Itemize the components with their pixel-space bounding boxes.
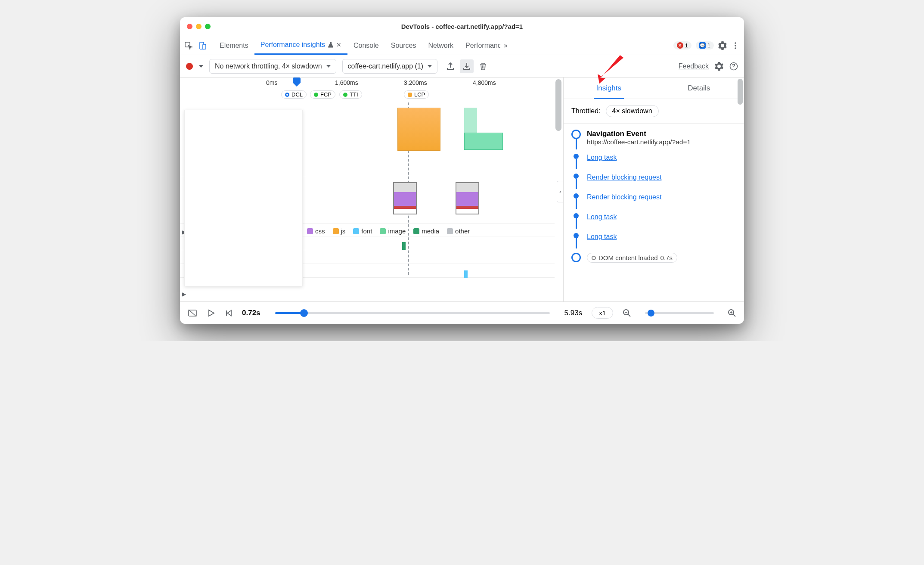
network-bar[interactable] xyxy=(402,242,406,250)
zoom-in-button[interactable] xyxy=(728,309,736,317)
feedback-link[interactable]: Feedback xyxy=(679,62,709,70)
content-area: 0ms 1,600ms 3,200ms 4,800ms DCL FCP TTI … xyxy=(180,78,744,301)
help-icon[interactable] xyxy=(729,62,738,71)
side-tab-insights[interactable]: Insights xyxy=(564,78,654,99)
marker-tti[interactable]: TTI xyxy=(339,90,362,99)
marker-fcp[interactable]: FCP xyxy=(310,90,335,99)
screenshot-thumbnail[interactable] xyxy=(456,182,479,214)
window-controls xyxy=(187,24,211,29)
insight-link[interactable]: Render blocking request xyxy=(587,174,661,181)
side-tab-details[interactable]: Details xyxy=(654,78,744,99)
timeline-node-icon xyxy=(571,130,581,139)
chevron-down-icon xyxy=(428,65,432,68)
window-title: DevTools - coffee-cart.netlify.app/?ad=1 xyxy=(180,23,744,30)
disable-screenshots-icon[interactable] xyxy=(188,308,197,318)
screenshot-thumbnail[interactable] xyxy=(393,182,417,214)
metrics-row: DCL FCP TTI LCP xyxy=(180,90,563,102)
timeline-node-icon xyxy=(574,174,579,179)
tab-performance[interactable]: Performance xyxy=(459,36,500,55)
network-bar[interactable] xyxy=(464,270,468,278)
insights-toolbar: No network throttling, 4× slowdown coffe… xyxy=(180,55,744,78)
timeline-node-icon xyxy=(574,233,579,238)
marker-dcl[interactable]: DCL xyxy=(281,90,307,99)
throttle-value: 4× slowdown xyxy=(606,105,659,117)
circle-icon xyxy=(592,256,596,260)
import-button[interactable] xyxy=(460,59,474,73)
nav-event-url: https://coffee-cart.netlify.app/?ad=1 xyxy=(587,138,740,146)
devtools-window: DevTools - coffee-cart.netlify.app/?ad=1… xyxy=(180,17,744,324)
playback-slider[interactable] xyxy=(275,312,550,314)
svg-point-3 xyxy=(735,42,736,44)
zoom-out-button[interactable] xyxy=(623,309,631,317)
close-tab-button[interactable]: ✕ xyxy=(336,41,341,48)
more-menu-icon[interactable] xyxy=(731,41,740,50)
insight-link[interactable]: Long task xyxy=(587,213,617,220)
skip-start-button[interactable] xyxy=(225,309,233,317)
close-window-button[interactable] xyxy=(187,24,192,29)
record-dropdown-icon[interactable] xyxy=(199,65,203,68)
playback-footer: 0.72s 5.93s x1 xyxy=(180,301,744,324)
panel-settings-icon[interactable] xyxy=(715,62,723,71)
expand-track-button[interactable]: ▶ xyxy=(181,290,187,298)
overview-thumbnail xyxy=(184,110,303,286)
message-badge[interactable]: 💬 1 xyxy=(696,41,714,50)
dcl-event-pill[interactable]: DOM content loaded 0.7s xyxy=(587,253,677,263)
insights-list: Navigation Event https://coffee-cart.net… xyxy=(564,124,744,301)
settings-gear-icon[interactable] xyxy=(718,41,727,50)
export-button[interactable] xyxy=(443,59,457,73)
current-time: 0.72s xyxy=(242,309,260,317)
tab-elements[interactable]: Elements xyxy=(214,36,254,55)
flask-icon xyxy=(328,42,334,48)
recording-select[interactable]: coffee-cart.netlify.app (1) xyxy=(342,59,438,74)
tabs-overflow-button[interactable]: » xyxy=(500,36,511,55)
tab-network[interactable]: Network xyxy=(422,36,459,55)
zoom-slider[interactable] xyxy=(645,312,714,314)
nav-event-title: Navigation Event xyxy=(587,130,740,138)
time-tick: 3,200ms xyxy=(404,79,427,86)
playback-speed[interactable]: x1 xyxy=(592,307,613,319)
svg-point-4 xyxy=(735,45,736,47)
tab-performance-insights[interactable]: Performance insights ✕ xyxy=(254,36,347,55)
play-button[interactable] xyxy=(207,309,215,317)
collapse-sidepanel-button[interactable]: › xyxy=(557,181,563,202)
insights-sidepanel: Insights Details Throttled: 4× slowdown … xyxy=(563,78,744,301)
time-tick: 0ms xyxy=(266,79,277,86)
marker-lcp[interactable]: LCP xyxy=(404,90,429,99)
svg-rect-2 xyxy=(203,44,206,49)
insight-link[interactable]: Render blocking request xyxy=(587,193,661,201)
timeline-node-icon xyxy=(574,193,579,199)
task-block[interactable] xyxy=(464,133,503,150)
vertical-scrollbar[interactable] xyxy=(738,79,743,105)
main-tabbar: Elements Performance insights ✕ Console … xyxy=(180,36,744,55)
error-icon: ✕ xyxy=(677,42,683,49)
task-block[interactable] xyxy=(397,108,440,151)
playhead[interactable] xyxy=(293,78,301,83)
timeline-node-icon xyxy=(571,253,581,262)
time-tick: 1,600ms xyxy=(335,79,358,86)
throttle-select[interactable]: No network throttling, 4× slowdown xyxy=(209,59,336,74)
side-tabs: Insights Details xyxy=(564,78,744,99)
chevron-down-icon xyxy=(326,65,331,68)
time-tick: 4,800ms xyxy=(473,79,496,86)
insight-link[interactable]: Long task xyxy=(587,233,617,240)
timeline-panel: 0ms 1,600ms 3,200ms 4,800ms DCL FCP TTI … xyxy=(180,78,563,301)
message-icon: 💬 xyxy=(699,42,706,49)
device-toggle-icon[interactable] xyxy=(198,41,207,50)
timeline-node-icon xyxy=(574,213,579,218)
inspect-element-icon[interactable] xyxy=(184,41,193,50)
error-badge[interactable]: ✕ 1 xyxy=(673,41,691,50)
record-button[interactable] xyxy=(186,63,193,70)
throttle-info: Throttled: 4× slowdown xyxy=(564,99,744,124)
network-legend: css js font image media other xyxy=(307,227,470,235)
end-time: 5.93s xyxy=(564,309,583,317)
tab-sources[interactable]: Sources xyxy=(385,36,422,55)
maximize-window-button[interactable] xyxy=(205,24,211,29)
tab-console[interactable]: Console xyxy=(347,36,385,55)
minimize-window-button[interactable] xyxy=(196,24,202,29)
time-ruler: 0ms 1,600ms 3,200ms 4,800ms xyxy=(180,78,563,90)
timeline-node-icon xyxy=(574,154,579,159)
insight-link[interactable]: Long task xyxy=(587,154,617,161)
svg-point-5 xyxy=(735,47,736,49)
titlebar: DevTools - coffee-cart.netlify.app/?ad=1 xyxy=(180,17,744,36)
delete-button[interactable] xyxy=(476,59,490,73)
